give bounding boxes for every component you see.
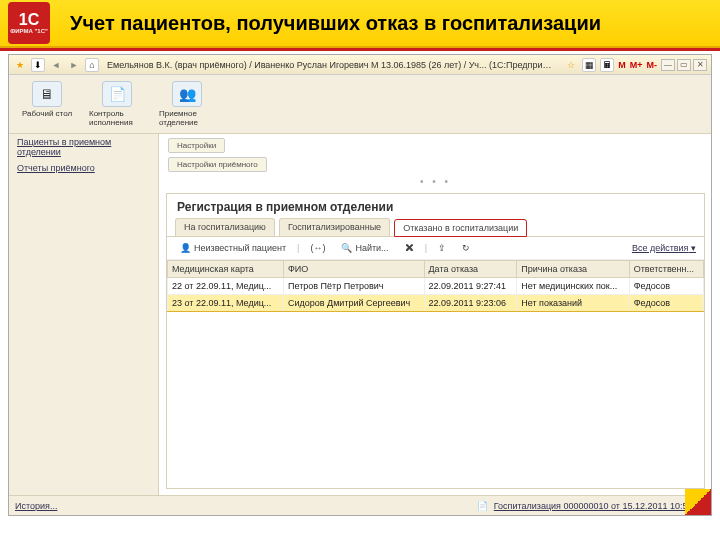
all-actions-link[interactable]: Все действия ▾ bbox=[632, 243, 696, 253]
sidebar-link-reports[interactable]: Отчеты приёмного bbox=[9, 160, 158, 176]
panel-toolbar: 👤 Неизвестный пациент | (↔) 🔍 Найти... 🗙… bbox=[167, 237, 704, 260]
logo-1c: 1C ФИРМА "1С" bbox=[8, 2, 50, 44]
refresh-button[interactable]: ↻ bbox=[457, 241, 475, 255]
settings-admission-button[interactable]: Настройки приёмного bbox=[168, 157, 267, 172]
data-grid[interactable]: Медицинская карта ФИО Дата отказа Причин… bbox=[167, 260, 704, 488]
calc-icon[interactable]: 🖩 bbox=[600, 58, 614, 72]
m-minus-icon[interactable]: M- bbox=[647, 60, 658, 70]
grid-icon[interactable]: ▦ bbox=[582, 58, 596, 72]
ribbon: 🖥 Рабочий стол 📄 Контроль исполнения 👥 П… bbox=[9, 75, 711, 134]
divider bbox=[0, 48, 720, 51]
close-button[interactable]: ✕ bbox=[693, 59, 707, 71]
save-icon[interactable]: ⬇ bbox=[31, 58, 45, 72]
sidebar: Пациенты в приемном отделении Отчеты при… bbox=[9, 134, 159, 495]
table-row[interactable]: 22 от 22.09.11, Медиц... Петров Пётр Пет… bbox=[168, 278, 704, 295]
search-icon: 🔍 bbox=[341, 243, 352, 253]
person-icon: 👤 bbox=[180, 243, 191, 253]
main-area: Настройки Настройки приёмного • • • Реги… bbox=[159, 134, 711, 495]
app-window: ★ ⬇ ◄ ► ⌂ Емельянов В.К. (врач приёмного… bbox=[8, 54, 712, 516]
col-resp[interactable]: Ответственн... bbox=[629, 261, 703, 278]
tab-to-hospitalize[interactable]: На госпитализацию bbox=[175, 218, 275, 236]
tab-refused[interactable]: Отказано в госпитализации bbox=[394, 219, 527, 237]
col-card[interactable]: Медицинская карта bbox=[168, 261, 284, 278]
corner-flag bbox=[685, 489, 711, 515]
minimize-button[interactable]: — bbox=[661, 59, 675, 71]
window-title: Емельянов В.К. (врач приёмного) / Иванен… bbox=[103, 60, 560, 70]
ribbon-control[interactable]: 📄 Контроль исполнения bbox=[89, 81, 145, 127]
maximize-button[interactable]: ▭ bbox=[677, 59, 691, 71]
doc-icon: 📄 bbox=[477, 501, 488, 511]
home-icon[interactable]: ⌂ bbox=[85, 58, 99, 72]
history-link[interactable]: История... bbox=[15, 501, 57, 511]
col-date[interactable]: Дата отказа bbox=[424, 261, 517, 278]
swap-icon[interactable]: (↔) bbox=[305, 241, 330, 255]
panel-title: Регистрация в приемном отделении bbox=[167, 194, 704, 218]
status-doc-link[interactable]: Госпитализация 000000010 от 15.12.2011 1… bbox=[494, 501, 705, 511]
m-plus2-icon[interactable]: M+ bbox=[630, 60, 643, 70]
col-fio[interactable]: ФИО bbox=[284, 261, 425, 278]
tab-hospitalized[interactable]: Госпитализированные bbox=[279, 218, 390, 236]
back-icon[interactable]: ◄ bbox=[49, 58, 63, 72]
col-reason[interactable]: Причина отказа bbox=[517, 261, 630, 278]
star-icon[interactable]: ★ bbox=[13, 58, 27, 72]
fav-icon[interactable]: ☆ bbox=[564, 58, 578, 72]
m-plus-icon[interactable]: M bbox=[618, 60, 626, 70]
settings-button[interactable]: Настройки bbox=[168, 138, 225, 153]
divider-dots: • • • bbox=[160, 176, 711, 187]
ribbon-desktop[interactable]: 🖥 Рабочий стол bbox=[19, 81, 75, 127]
forward-icon[interactable]: ► bbox=[67, 58, 81, 72]
unknown-patient-button[interactable]: 👤 Неизвестный пациент bbox=[175, 241, 291, 255]
status-bar: История... 📄 Госпитализация 000000010 от… bbox=[9, 495, 711, 515]
export-button[interactable]: ⇪ bbox=[433, 241, 451, 255]
page-title: Учет пациентов, получивших отказ в госпи… bbox=[70, 12, 601, 35]
people-icon: 👥 bbox=[172, 81, 202, 107]
document-icon: 📄 bbox=[102, 81, 132, 107]
tabs: На госпитализацию Госпитализированные От… bbox=[167, 218, 704, 237]
find-button[interactable]: 🔍 Найти... bbox=[336, 241, 393, 255]
clear-filter-button[interactable]: 🗙 bbox=[400, 241, 419, 255]
desktop-icon: 🖥 bbox=[32, 81, 62, 107]
window-titlebar: ★ ⬇ ◄ ► ⌂ Емельянов В.К. (врач приёмного… bbox=[9, 55, 711, 75]
sidebar-link-patients[interactable]: Пациенты в приемном отделении bbox=[9, 134, 158, 160]
table-row[interactable]: 23 от 22.09.11, Медиц... Сидоров Дмитрий… bbox=[168, 295, 704, 312]
ribbon-admission[interactable]: 👥 Приемное отделение bbox=[159, 81, 215, 127]
